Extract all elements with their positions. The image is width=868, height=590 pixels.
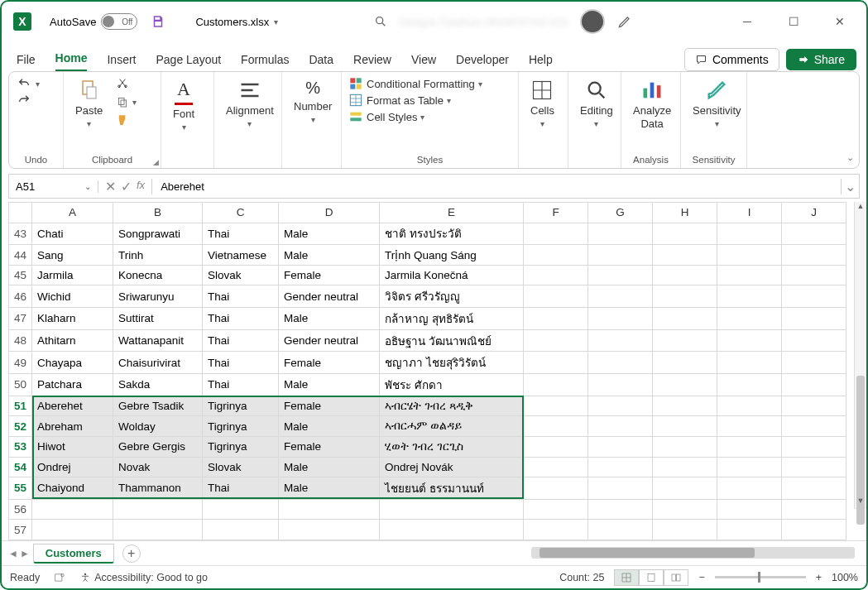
cell-F48[interactable]: [524, 329, 588, 352]
cell-B51[interactable]: Gebre Tsadik: [113, 396, 203, 416]
cell-G50[interactable]: [588, 374, 653, 396]
filename-dropdown[interactable]: Customers.xlsx ▾: [195, 16, 278, 28]
cell-H51[interactable]: [653, 396, 717, 416]
search-icon[interactable]: [374, 15, 387, 28]
font-button[interactable]: A Font▾: [168, 77, 199, 133]
redo-button[interactable]: [16, 94, 32, 107]
cell-G43[interactable]: [588, 223, 653, 245]
vertical-scrollbar[interactable]: ▲ ▼: [854, 202, 866, 509]
cell-F57[interactable]: [524, 520, 588, 540]
cell-G54[interactable]: [588, 457, 653, 477]
cell-C55[interactable]: Thai: [203, 477, 279, 500]
cancel-icon[interactable]: ✕: [105, 179, 116, 194]
cell-A48[interactable]: Athitarn: [32, 329, 113, 352]
name-box[interactable]: A51 ⌄: [9, 180, 98, 193]
cell-E46[interactable]: วิจิตร ศรีวรัญญู: [380, 285, 524, 308]
cell-J47[interactable]: [782, 308, 846, 330]
select-all-cell[interactable]: [9, 203, 32, 223]
cell-H55[interactable]: [653, 477, 717, 500]
cell-E51[interactable]: ኣብርሄት ገብረ ጻዲቅ: [380, 396, 524, 416]
cell-I47[interactable]: [717, 308, 782, 330]
cell-D54[interactable]: Male: [279, 457, 380, 477]
col-header-B[interactable]: B: [113, 203, 203, 223]
cell-D44[interactable]: Male: [279, 245, 380, 266]
cell-D45[interactable]: Female: [279, 265, 380, 285]
cell-F49[interactable]: [524, 352, 588, 374]
col-header-H[interactable]: H: [653, 203, 717, 223]
cell-A49[interactable]: Chayapa: [32, 352, 113, 374]
cell-D43[interactable]: Male: [279, 223, 380, 245]
paste-button[interactable]: Paste ▾: [70, 77, 108, 130]
cell-B56[interactable]: [113, 499, 203, 520]
col-header-G[interactable]: G: [588, 203, 653, 223]
cell-J57[interactable]: [782, 520, 846, 540]
row-header-46[interactable]: 46: [9, 285, 32, 308]
share-button[interactable]: Share: [786, 49, 856, 70]
tab-file[interactable]: File: [17, 53, 36, 71]
cell-H46[interactable]: [653, 285, 717, 308]
editing-button[interactable]: Editing▾: [575, 77, 618, 130]
zoom-slider[interactable]: [715, 576, 806, 578]
save-icon[interactable]: [151, 14, 165, 29]
col-header-C[interactable]: C: [203, 203, 279, 223]
cell-A55[interactable]: Chaiyond: [32, 477, 113, 500]
cell-H44[interactable]: [653, 245, 717, 266]
cell-G57[interactable]: [588, 520, 653, 540]
cell-E56[interactable]: [380, 499, 524, 520]
cell-I44[interactable]: [717, 245, 782, 266]
cell-D52[interactable]: Male: [279, 416, 380, 437]
cell-B43[interactable]: Songprawati: [113, 223, 203, 245]
tab-view[interactable]: View: [411, 53, 436, 71]
cell-A50[interactable]: Patchara: [32, 374, 113, 396]
cell-H43[interactable]: [653, 223, 717, 245]
cell-B50[interactable]: Sakda: [113, 374, 203, 396]
cell-A53[interactable]: Hiwot: [32, 436, 113, 457]
row-header-45[interactable]: 45: [9, 265, 32, 285]
tab-formulas[interactable]: Formulas: [241, 53, 289, 71]
scroll-up-icon[interactable]: ▲: [855, 202, 866, 214]
number-button[interactable]: % Number▾: [289, 77, 337, 126]
autosave-toggle[interactable]: AutoSave Off: [50, 13, 137, 30]
cell-H49[interactable]: [653, 352, 717, 374]
sensitivity-button[interactable]: Sensitivity▾: [688, 77, 746, 130]
row-header-48[interactable]: 48: [9, 329, 32, 352]
macro-record-icon[interactable]: [53, 572, 66, 583]
cell-D56[interactable]: [279, 499, 380, 520]
cell-I43[interactable]: [717, 223, 782, 245]
formula-bar-expand[interactable]: ⌄: [841, 179, 859, 194]
cell-D48[interactable]: Gender neutral: [279, 329, 380, 352]
copy-button[interactable]: ▾: [116, 95, 137, 108]
cell-C44[interactable]: Vietnamese: [203, 245, 279, 266]
view-page-break-button[interactable]: [664, 569, 688, 586]
enter-icon[interactable]: ✓: [121, 179, 132, 194]
row-header-47[interactable]: 47: [9, 308, 32, 330]
cell-E53[interactable]: ሂወት ገብረ ገርጊስ: [380, 436, 524, 457]
formula-input[interactable]: [152, 180, 841, 193]
cell-J43[interactable]: [782, 223, 846, 245]
cell-D46[interactable]: Gender neutral: [279, 285, 380, 308]
cell-A46[interactable]: Wichid: [32, 285, 113, 308]
ribbon-expand-icon[interactable]: ⌄: [846, 152, 854, 163]
close-button[interactable]: ✕: [822, 8, 858, 35]
cell-B45[interactable]: Konecna: [113, 265, 203, 285]
row-header-52[interactable]: 52: [9, 416, 32, 437]
cell-D47[interactable]: Male: [279, 308, 380, 330]
row-header-56[interactable]: 56: [9, 499, 32, 520]
row-header-55[interactable]: 55: [9, 477, 32, 500]
tab-review[interactable]: Review: [353, 53, 391, 71]
cell-H57[interactable]: [653, 520, 717, 540]
cell-D53[interactable]: Female: [279, 436, 380, 457]
cell-B49[interactable]: Chaisurivirat: [113, 352, 203, 374]
row-header-49[interactable]: 49: [9, 352, 32, 374]
cell-J55[interactable]: [782, 477, 846, 500]
conditional-formatting-button[interactable]: Conditional Formatting▾: [348, 77, 482, 90]
col-header-D[interactable]: D: [279, 203, 380, 223]
tab-data[interactable]: Data: [309, 53, 333, 71]
tab-help[interactable]: Help: [529, 53, 553, 71]
cell-G47[interactable]: [588, 308, 653, 330]
sheet-tab[interactable]: Customers: [33, 544, 114, 564]
cell-B54[interactable]: Novak: [113, 457, 203, 477]
cell-J50[interactable]: [782, 374, 846, 396]
cell-G52[interactable]: [588, 416, 653, 437]
cell-C46[interactable]: Thai: [203, 285, 279, 308]
